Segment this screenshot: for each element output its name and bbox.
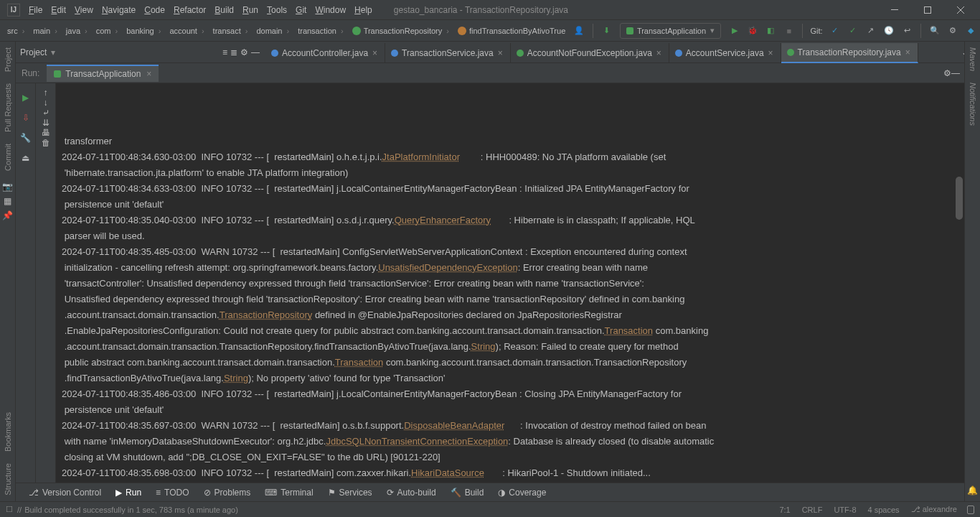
tool-run[interactable]: ▶Run <box>108 483 149 502</box>
camera-icon[interactable]: 📷 <box>1 180 15 194</box>
db-icon[interactable]: ▦ <box>1 194 15 208</box>
git-commit-icon[interactable]: ✓ <box>845 23 860 39</box>
git-branch[interactable]: ⎇ alexandre <box>905 505 963 514</box>
crumb-account[interactable]: account <box>165 23 208 39</box>
close-button[interactable] <box>944 0 977 20</box>
crumb-transaction[interactable]: transaction <box>293 23 347 39</box>
menu-refactor[interactable]: Refactor <box>169 0 210 20</box>
search-icon[interactable]: 🔍 <box>927 23 942 39</box>
crumb-java[interactable]: java <box>62 23 92 39</box>
menu-code[interactable]: Code <box>140 0 169 20</box>
soft-wrap-icon[interactable]: ⤶ <box>42 108 50 118</box>
coverage-button[interactable]: ◧ <box>763 23 778 39</box>
expand-all-icon[interactable]: ≣ <box>230 47 237 57</box>
file-tab-AccountService.java[interactable]: AccountService.java× <box>669 43 781 63</box>
project-tool-header[interactable]: Project ▾ ≡ ≣ ⚙ — <box>0 47 265 57</box>
hide-run-icon[interactable]: — <box>951 68 960 78</box>
menu-view[interactable]: View <box>70 0 98 20</box>
exit-icon[interactable]: ⏏ <box>19 151 33 165</box>
settings-icon[interactable]: ⚙ <box>945 23 960 39</box>
status-icon[interactable]: ☐ <box>6 505 13 514</box>
maven-tool-button[interactable]: Maven <box>969 42 977 77</box>
commit-tool-button[interactable]: Commit <box>4 138 12 177</box>
crumb-com[interactable]: com <box>92 23 122 39</box>
bookmarks-tool-button[interactable]: Bookmarks <box>4 406 12 457</box>
close-icon[interactable]: × <box>905 47 910 57</box>
debug-button[interactable]: 🐞 <box>745 23 760 39</box>
encoding[interactable]: UTF-8 <box>828 506 862 514</box>
tool-coverage[interactable]: ◑Coverage <box>491 483 553 502</box>
tool-version-control[interactable]: ⎇Version Control <box>22 483 108 502</box>
crumb-TransactionRepository[interactable]: TransactionRepository <box>348 23 453 39</box>
menu-window[interactable]: Window <box>311 0 350 20</box>
notifications-tool-button[interactable]: Notifications <box>969 77 977 131</box>
menu-help[interactable]: Help <box>350 0 377 20</box>
push-pin-icon[interactable]: 📌 <box>1 208 15 223</box>
structure-tool-button[interactable]: Structure <box>4 457 12 501</box>
crumb-banking[interactable]: banking <box>122 23 165 39</box>
console-output[interactable]: transformer2024-07-11T00:48:34.630-03:00… <box>56 83 964 483</box>
tool-todo[interactable]: ≡TODO <box>149 483 196 502</box>
menubar: IJ FileEditViewNavigateCodeRefactorBuild… <box>0 0 980 20</box>
caret-position[interactable]: 7:1 <box>773 506 796 514</box>
tool-problems[interactable]: ⊘Problems <box>197 483 258 502</box>
tool-build[interactable]: 🔨Build <box>443 483 491 502</box>
close-icon[interactable]: × <box>372 48 377 58</box>
select-opened-icon[interactable]: ≡ <box>222 47 227 57</box>
user-icon[interactable]: 👤 <box>571 23 586 39</box>
file-tab-AccountController.java[interactable]: AccountController.java× <box>265 43 385 63</box>
line-sep[interactable]: CRLF <box>796 506 829 514</box>
run-settings-icon[interactable]: ⚙ <box>943 68 951 78</box>
rerun-icon[interactable]: ▶ <box>19 90 33 105</box>
menu-build[interactable]: Build <box>210 0 238 20</box>
wrench-icon[interactable]: 🔧 <box>19 131 33 145</box>
menu-tools[interactable]: Tools <box>263 0 291 20</box>
stop-button[interactable]: ■ <box>781 23 796 39</box>
close-icon[interactable]: × <box>656 48 661 58</box>
scroll-end-icon[interactable]: ⇊ <box>42 118 50 128</box>
menu-navigate[interactable]: Navigate <box>98 0 140 20</box>
stop-icon[interactable]: ⇩ <box>19 111 33 125</box>
tool-auto-build[interactable]: ⟳Auto-build <box>380 483 443 502</box>
menu-run[interactable]: Run <box>238 0 263 20</box>
menu-file[interactable]: File <box>24 0 47 20</box>
minimize-button[interactable] <box>878 0 911 20</box>
up-icon[interactable]: ↑ <box>44 88 48 98</box>
ide-update-icon[interactable]: ◆ <box>963 23 979 39</box>
down-icon[interactable]: ↓ <box>44 98 48 108</box>
file-tab-TransactionRepository.java[interactable]: TransactionRepository.java× <box>781 43 918 63</box>
run-button[interactable]: ▶ <box>727 23 742 39</box>
print-icon[interactable]: 🖶 <box>42 128 50 138</box>
run-tab[interactable]: TransactApplication × <box>47 65 159 82</box>
tool-terminal[interactable]: ⌨Terminal <box>258 483 320 502</box>
crumb-transact[interactable]: transact <box>209 23 253 39</box>
menu-edit[interactable]: Edit <box>47 0 70 20</box>
git-history-icon[interactable]: 🕓 <box>881 23 896 39</box>
crumb-domain[interactable]: domain <box>252 23 293 39</box>
crumb-src[interactable]: src <box>3 23 29 39</box>
scrollbar[interactable] <box>956 177 963 220</box>
menu-git[interactable]: Git <box>291 0 311 20</box>
build-icon[interactable]: ⬇ <box>599 23 614 39</box>
git-push-icon[interactable]: ↗ <box>863 23 878 39</box>
hide-tool-icon[interactable]: — <box>251 47 260 57</box>
file-tab-TransactionService.java[interactable]: TransactionService.java× <box>385 43 511 63</box>
pull-requests-tool-button[interactable]: Pull Requests <box>4 78 12 138</box>
close-icon[interactable]: × <box>768 48 773 58</box>
tool-services[interactable]: ⚑Services <box>321 483 380 502</box>
close-icon[interactable]: × <box>146 69 151 79</box>
file-tab-AccountNotFoundException.java[interactable]: AccountNotFoundException.java× <box>511 43 669 63</box>
lock-icon[interactable] <box>967 506 974 514</box>
run-config-selector[interactable]: TransactApplication ▾ <box>620 23 721 39</box>
git-revert-icon[interactable]: ↩ <box>900 23 915 39</box>
indent[interactable]: 4 spaces <box>862 506 905 514</box>
clear-icon[interactable]: 🗑 <box>42 138 50 148</box>
crumb-findTransactionByAtivoTrue[interactable]: findTransactionByAtivoTrue <box>453 23 570 39</box>
git-pull-icon[interactable]: ✓ <box>827 23 842 39</box>
bell-icon[interactable]: 🔔 <box>967 485 978 495</box>
maximize-button[interactable] <box>911 0 944 20</box>
close-icon[interactable]: × <box>498 48 503 58</box>
tool-settings-icon[interactable]: ⚙ <box>240 47 248 57</box>
crumb-main[interactable]: main <box>29 23 62 39</box>
project-tool-button[interactable]: Project <box>4 42 12 78</box>
